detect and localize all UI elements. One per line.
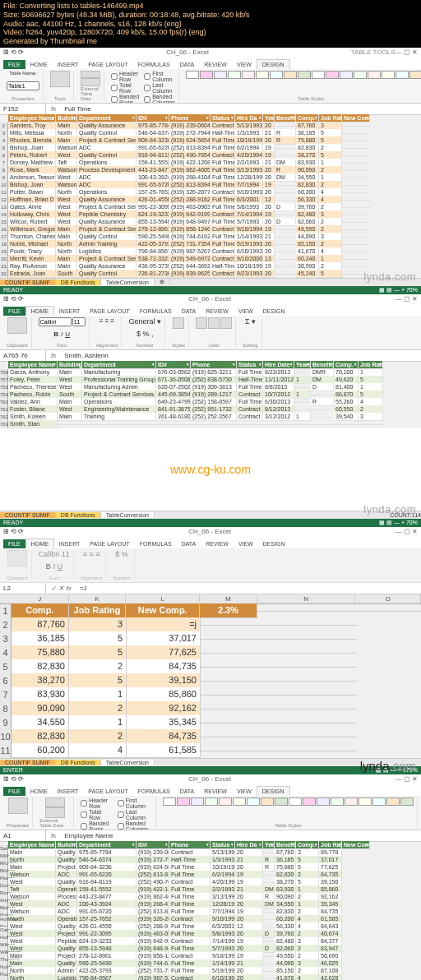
cell[interactable] (294, 372, 311, 373)
cell[interactable] (201, 639, 258, 640)
check-first-column[interactable]: First Column (118, 797, 152, 809)
style-swatch[interactable] (261, 797, 274, 806)
cell[interactable]: D (275, 203, 296, 211)
ribbon-tab-design[interactable]: DESIGN (258, 539, 290, 548)
cell[interactable] (342, 155, 370, 156)
cell[interactable]: 2 (69, 659, 127, 674)
check-header-row[interactable]: Header Row (111, 71, 139, 82)
col-letter[interactable]: M (200, 594, 257, 603)
style-swatch[interactable] (303, 797, 316, 806)
ribbon-tab-insert[interactable]: INSERT (53, 60, 84, 69)
cell[interactable]: 9/23/1993 (235, 270, 263, 278)
col-header[interactable]: Phone (169, 841, 210, 849)
style-swatch[interactable] (298, 71, 311, 79)
window-buttons[interactable]: — ▢ ✕ (396, 528, 418, 535)
cell[interactable] (342, 266, 370, 267)
cell[interactable] (258, 653, 357, 654)
formula-input[interactable]: Smith, Ashlenn (61, 352, 421, 359)
cell[interactable]: 5 (319, 270, 342, 278)
cell[interactable] (275, 237, 296, 238)
sheet-tab[interactable]: TableConversion (101, 512, 155, 518)
fx-icon[interactable]: fx (46, 832, 61, 839)
cell[interactable]: Contract (237, 413, 263, 421)
cell[interactable]: 20 (235, 974, 263, 980)
cell[interactable] (275, 185, 296, 186)
empty-rows[interactable]: www.cg-ku.com (0, 428, 421, 511)
col-header[interactable]: Comp. (12, 603, 69, 618)
cell[interactable] (263, 882, 275, 883)
cell[interactable]: R (311, 398, 334, 406)
cell[interactable] (258, 751, 357, 751)
style-swatch[interactable] (326, 71, 339, 79)
window-buttons[interactable]: — ▢ ✕ (396, 295, 418, 303)
cell[interactable] (342, 207, 370, 208)
cell[interactable]: DM (275, 173, 296, 182)
style-swatch[interactable] (345, 797, 358, 806)
col-header[interactable]: Building (58, 361, 82, 369)
cell[interactable] (275, 126, 296, 127)
pivot-icon[interactable] (8, 797, 28, 814)
ribbon-tab-file[interactable]: FILE (3, 60, 25, 69)
check-total-row[interactable]: Total Row (81, 809, 113, 821)
style-swatch[interactable] (247, 797, 260, 806)
ribbon-tab-formulas[interactable]: FORMULAS (133, 60, 175, 69)
cell[interactable] (201, 695, 258, 696)
style-swatch[interactable] (359, 797, 372, 806)
col-header[interactable]: Buildin (56, 114, 77, 122)
cell[interactable] (275, 252, 296, 252)
cell[interactable] (342, 222, 370, 223)
col-header[interactable]: Job Rating (69, 603, 127, 618)
sheet-tab[interactable]: COUNTIF SUMIF (0, 512, 56, 518)
style-swatch[interactable] (312, 71, 325, 79)
check-banded-rows[interactable]: Banded Rows (111, 94, 139, 104)
ribbon-tab-file[interactable]: FILE (3, 307, 25, 316)
ribbon-tab-review[interactable]: REVIEW (201, 307, 234, 316)
cell[interactable] (311, 395, 334, 395)
ribbon-tabs[interactable]: FILEHOMEINSERTPAGE LAYOUTFORMULASDATAREV… (0, 58, 421, 69)
check-banded-rows[interactable]: Banded Rows (81, 821, 113, 830)
sheet-tabs[interactable]: COUNTIF SUMIF DB Functions TableConversi… (0, 278, 421, 286)
ribbon-tab-home[interactable]: HOME (25, 306, 54, 316)
cell[interactable] (263, 978, 275, 979)
cell[interactable]: 1 (294, 376, 311, 384)
cell[interactable]: =j (127, 617, 201, 632)
cell[interactable]: 790-84-6567 (77, 974, 136, 980)
cell[interactable] (263, 853, 275, 853)
cell[interactable] (342, 163, 370, 164)
style-swatch[interactable] (284, 71, 297, 79)
cell[interactable] (342, 244, 370, 245)
export-icon[interactable] (81, 71, 100, 79)
check-total-row[interactable]: Total Row (111, 82, 139, 94)
cell[interactable] (275, 259, 296, 260)
ribbon-tab-formulas[interactable]: FORMULAS (135, 539, 177, 548)
sheet-tabs[interactable]: COUNTIF SUMIF DB Functions TableConversi… (0, 758, 421, 766)
ribbon-tabs[interactable]: FILEHOMEINSERTPAGE LAYOUTFORMULASDATAREV… (0, 304, 421, 316)
cell[interactable]: 4 (69, 743, 127, 758)
table-styles[interactable] (186, 71, 421, 79)
cell[interactable]: 61,585 (127, 743, 201, 758)
col-header[interactable]: Department (77, 114, 136, 122)
ribbon-tabs[interactable]: FILEHOMEINSERTPAGE LAYOUTFORMULASDATAREV… (0, 537, 421, 548)
cell[interactable] (275, 274, 296, 275)
cell[interactable] (82, 424, 156, 425)
spreadsheet-grid[interactable]: Employee NameBuildingDepartmentID#PhoneS… (0, 362, 421, 428)
col-header[interactable]: Job Ratin (319, 841, 342, 849)
refresh-icon[interactable] (81, 78, 100, 86)
ribbon-tab-data[interactable]: DATA (177, 539, 201, 548)
style-swatch[interactable] (186, 71, 199, 79)
cell[interactable] (258, 625, 357, 626)
fx-icon[interactable]: ✓ ✕ fx (46, 585, 76, 592)
col-header[interactable]: Status (237, 361, 263, 369)
ribbon-tab-view[interactable]: VIEW (232, 787, 257, 796)
refresh-icon[interactable] (45, 807, 65, 818)
insert-icon[interactable] (196, 317, 207, 329)
ribbon-tab-insert[interactable]: INSERT (54, 539, 86, 548)
cell[interactable] (334, 424, 359, 425)
check-last-column[interactable]: Last Column (118, 809, 152, 821)
cell[interactable]: 82,830 (12, 659, 69, 674)
style-swatch[interactable] (205, 797, 218, 806)
cell[interactable]: 90,090 (12, 701, 69, 716)
cell[interactable]: Contract (210, 270, 235, 278)
col-header[interactable]: Yea (263, 114, 275, 122)
sheet-tab[interactable]: DB Functions (56, 760, 101, 765)
